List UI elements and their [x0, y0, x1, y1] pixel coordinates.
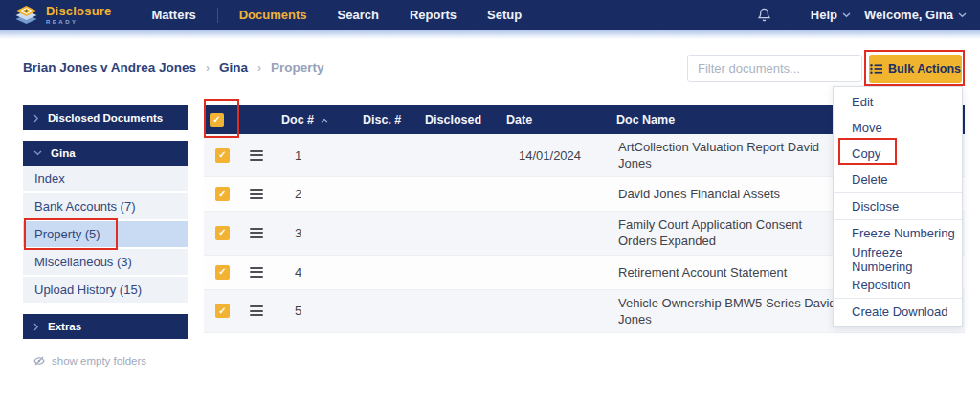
column-disc-number[interactable]: Disc. # [357, 113, 419, 126]
sidebar-section-gina[interactable]: Gina [23, 141, 188, 166]
row-menu-icon[interactable] [250, 150, 263, 161]
row-menu-icon[interactable] [250, 305, 263, 316]
menu-item-reposition[interactable]: Reposition [834, 272, 962, 298]
row-checkbox[interactable]: ✓ [215, 226, 230, 240]
cell-doc-number: 4 [276, 265, 357, 280]
chevron-down-icon [33, 150, 42, 156]
chevron-right-icon [33, 323, 39, 331]
sidebar-item-bank-accounts-7[interactable]: Bank Accounts (7) [23, 193, 188, 221]
user-menu[interactable]: Welcome, Gina [864, 8, 967, 22]
menu-item-edit[interactable]: Edit [834, 89, 962, 115]
nav-gradient-strip [0, 30, 980, 39]
notifications-bell-icon[interactable] [757, 8, 771, 22]
row-checkbox[interactable]: ✓ [215, 148, 230, 163]
menu-item-freeze-numbering[interactable]: Freeze Numbering [834, 220, 962, 246]
app-logo[interactable]: Disclosure READY [13, 5, 111, 26]
app-root: Disclosure READY Matters Documents Searc… [0, 0, 980, 405]
logo-subtitle: READY [46, 19, 111, 25]
filter-documents-input[interactable] [687, 55, 862, 82]
sort-ascending-icon[interactable] [321, 118, 328, 123]
eye-slash-icon [33, 355, 45, 367]
check-icon: ✓ [218, 267, 226, 277]
row-checkbox[interactable]: ✓ [215, 187, 230, 201]
cell-doc-number: 2 [276, 187, 357, 201]
row-checkbox[interactable]: ✓ [215, 304, 230, 318]
cell-doc-number: 3 [276, 226, 357, 240]
chevron-down-icon [842, 12, 851, 18]
sidebar-item-miscellaneous-3[interactable]: Miscellaneous (3) [23, 249, 188, 277]
row-menu-icon[interactable] [250, 189, 263, 199]
sidebar: Disclosed Documents Gina IndexBank Accou… [23, 105, 188, 367]
nav-divider [217, 8, 218, 23]
breadcrumb-item-property: Property [271, 60, 324, 75]
menu-item-move[interactable]: Move [834, 115, 962, 141]
menu-item-copy[interactable]: Copy [834, 141, 962, 167]
column-date[interactable]: Date [501, 113, 611, 126]
logo-layers-icon [13, 5, 39, 26]
nav-item-setup[interactable]: Setup [487, 8, 522, 22]
help-menu[interactable]: Help [811, 8, 851, 22]
menu-item-create-download[interactable]: Create Download [834, 299, 962, 325]
check-icon: ✓ [218, 150, 226, 160]
help-label: Help [811, 8, 837, 22]
breadcrumb: Brian Jones v Andrea Jones › Gina › Prop… [23, 60, 324, 75]
sidebar-section-extras[interactable]: Extras [23, 314, 188, 339]
sidebar-folder-list: IndexBank Accounts (7)Property (5)Miscel… [23, 166, 188, 304]
column-disclosed[interactable]: Disclosed [419, 113, 501, 126]
column-doc-number[interactable]: Doc # [276, 113, 357, 126]
sidebar-item-property-5[interactable]: Property (5) [23, 221, 188, 249]
check-icon: ✓ [218, 190, 226, 199]
breadcrumb-item-matter[interactable]: Brian Jones v Andrea Jones [23, 60, 196, 75]
chevron-right-icon [33, 114, 39, 123]
chevron-down-icon [958, 12, 967, 18]
check-icon: ✓ [218, 306, 226, 316]
breadcrumb-separator: › [206, 61, 210, 75]
nav-item-reports[interactable]: Reports [410, 8, 457, 22]
breadcrumb-separator: › [257, 61, 261, 75]
bulk-actions-button[interactable]: Bulk Actions [869, 55, 962, 83]
menu-item-unfreeze-numbering[interactable]: Unfreeze Numbering [834, 246, 962, 272]
sidebar-item-upload-history-15[interactable]: Upload History (15) [23, 277, 188, 304]
cell-doc-number: 1 [276, 148, 357, 163]
nav-item-documents[interactable]: Documents [239, 8, 307, 22]
nav-item-search[interactable]: Search [338, 8, 379, 22]
show-empty-folders-label: show empty folders [52, 355, 146, 367]
cell-date: 14/01/2024 [501, 148, 611, 163]
check-icon: ✓ [218, 228, 226, 237]
nav-right-divider [791, 8, 791, 23]
nav-item-matters[interactable]: Matters [151, 8, 195, 22]
show-empty-folders-toggle[interactable]: show empty folders [23, 355, 188, 367]
bulk-actions-menu: EditMoveCopyDeleteDiscloseFreeze Numberi… [833, 86, 963, 327]
sidebar-section-disclosed-documents[interactable]: Disclosed Documents [23, 105, 188, 130]
list-icon [870, 63, 882, 75]
welcome-label: Welcome, Gina [864, 8, 953, 22]
row-menu-icon[interactable] [250, 228, 263, 238]
select-all-checkbox[interactable]: ✓ [210, 113, 224, 127]
sidebar-section-label: Extras [48, 321, 81, 332]
menu-item-delete[interactable]: Delete [834, 167, 962, 192]
sidebar-section-label: Disclosed Documents [48, 112, 163, 124]
sidebar-section-label: Gina [51, 147, 76, 159]
main-nav: Disclosure READY Matters Documents Searc… [0, 0, 980, 30]
bulk-actions-label: Bulk Actions [888, 62, 961, 76]
menu-item-disclose[interactable]: Disclose [834, 193, 962, 219]
row-menu-icon[interactable] [250, 267, 263, 278]
row-checkbox[interactable]: ✓ [215, 265, 230, 280]
logo-title: Disclosure [46, 5, 111, 17]
breadcrumb-item-gina[interactable]: Gina [219, 60, 248, 75]
sidebar-item-index[interactable]: Index [23, 166, 188, 193]
cell-doc-number: 5 [276, 304, 357, 318]
